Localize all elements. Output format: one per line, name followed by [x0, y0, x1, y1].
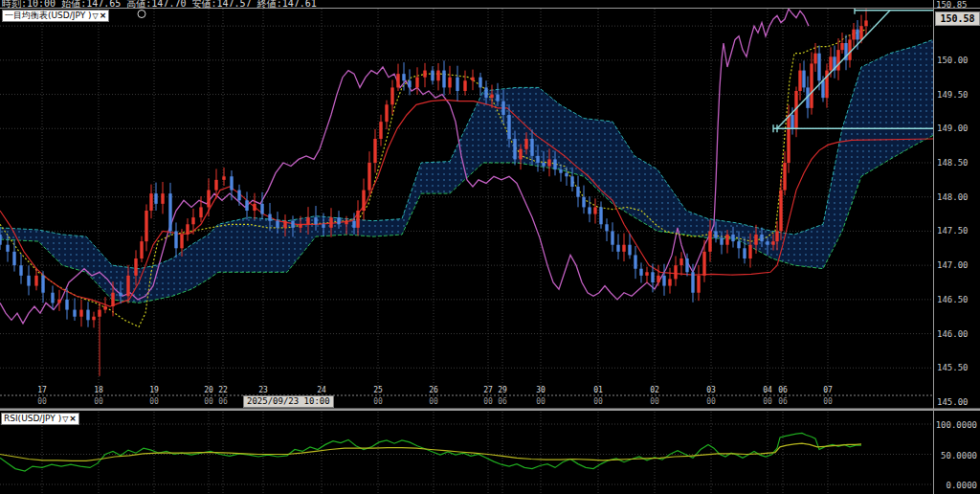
rsi-label: RSI(USD/JPY ): [4, 414, 61, 424]
price-tick-label: 149.00: [937, 124, 969, 133]
day-tick-label: 17: [33, 386, 52, 394]
day-tick-label: 24: [312, 386, 331, 394]
ichimoku-label-box[interactable]: 一目均衡表(USD/JPY ) ▽ ×: [2, 10, 109, 22]
main-chart-canvas[interactable]: [0, 0, 980, 494]
price-tick-label: 149.50: [937, 90, 969, 100]
day-tick-label: 02: [645, 386, 664, 394]
day-tick-label: 26: [424, 386, 443, 394]
hour-tick-label: 00: [818, 397, 837, 406]
price-tick-label: 147.00: [937, 260, 969, 270]
price-tick-label: 148.00: [937, 192, 969, 202]
hour-tick-label: 00: [145, 397, 164, 406]
hour-tick-label: 00: [424, 397, 443, 406]
axis-pane-border: [933, 0, 934, 494]
hour-tick-label: 00: [645, 397, 664, 406]
day-tick-label: 22: [213, 386, 233, 394]
crosshair-date-box: 2025/09/23 10:00: [243, 395, 334, 408]
rsi-plot: [0, 412, 933, 494]
rsi-tick-label: 0.0000: [933, 481, 979, 490]
day-tick-label: 30: [531, 386, 550, 394]
header-divider: [0, 8, 980, 9]
price-tick-label: 146.00: [937, 329, 969, 339]
hour-tick-label: 00: [531, 397, 550, 406]
price-tick-label: 146.50: [937, 295, 969, 304]
hour-tick-label: 00: [33, 397, 52, 406]
hour-tick-label: 06: [493, 397, 512, 406]
price-tick-label: 145.00: [937, 397, 969, 407]
close-icon[interactable]: ×: [100, 11, 107, 21]
rsi-tick-label: 100.0000: [933, 420, 979, 430]
day-tick-label: 29: [493, 386, 512, 394]
day-tick-label: 19: [145, 386, 164, 394]
price-tick-label: 150.00: [937, 56, 969, 65]
rsi-signal-line: [0, 443, 861, 460]
ichimoku-label: 一目均衡表(USD/JPY ): [5, 11, 92, 21]
day-tick-label: 25: [368, 386, 388, 394]
ichimoku-cloud: [0, 39, 933, 303]
day-tick-label: 23: [254, 386, 273, 394]
day-tick-label: 07: [818, 386, 837, 394]
ichimoku-plot: [0, 7, 933, 402]
price-tick-label: 147.50: [937, 226, 969, 236]
current-price-badge: 150.58: [935, 11, 980, 26]
hour-tick-label: 00: [89, 397, 108, 406]
rsi-label-box[interactable]: RSI(USD/JPY ) ▽ ×: [1, 413, 79, 425]
panel-separator[interactable]: [0, 408, 980, 411]
rsi-collapse-icon[interactable]: ▽: [62, 414, 68, 424]
day-tick-label: 01: [589, 386, 608, 394]
rsi-tick-label: 50.0000: [933, 451, 979, 460]
price-tick-label: 145.50: [937, 363, 969, 372]
cursor-marker: [138, 11, 145, 18]
chart-application-window: 時刻:10:00 始値:147.65 高値:147.70 安値:147.57 終…: [0, 0, 980, 494]
day-tick-label: 06: [773, 386, 792, 394]
day-tick-label: 18: [89, 386, 108, 394]
hour-tick-label: 06: [773, 397, 792, 406]
price-axis-top-label: 150.85: [936, 0, 968, 10]
price-tick-label: 148.50: [937, 158, 969, 168]
hour-tick-label: 00: [589, 397, 608, 406]
rsi-close-icon[interactable]: ×: [69, 414, 77, 424]
hour-tick-label: 00: [702, 397, 721, 406]
collapse-icon[interactable]: ▽: [93, 11, 99, 21]
rsi-line: [0, 433, 861, 471]
hour-tick-label: 00: [368, 397, 388, 406]
hour-tick-label: 06: [213, 397, 233, 406]
day-tick-label: 03: [702, 386, 721, 394]
